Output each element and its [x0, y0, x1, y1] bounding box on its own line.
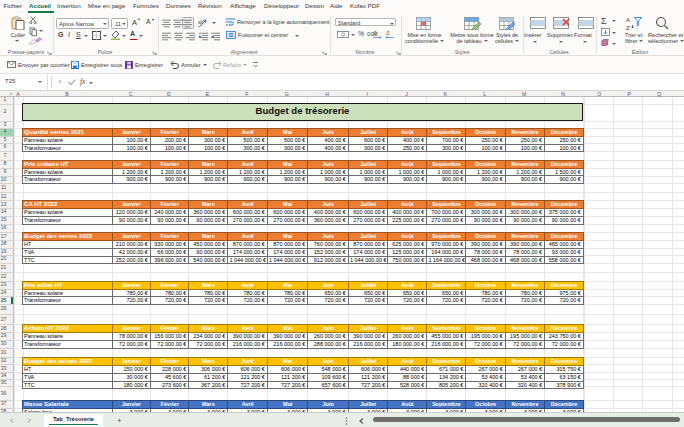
- svg-text:ab: ab: [198, 19, 204, 25]
- svg-text:,0: ,0: [385, 30, 390, 36]
- svg-text:A: A: [626, 16, 631, 23]
- svg-text:Z: Z: [626, 24, 630, 31]
- svg-text:,0: ,0: [372, 30, 377, 36]
